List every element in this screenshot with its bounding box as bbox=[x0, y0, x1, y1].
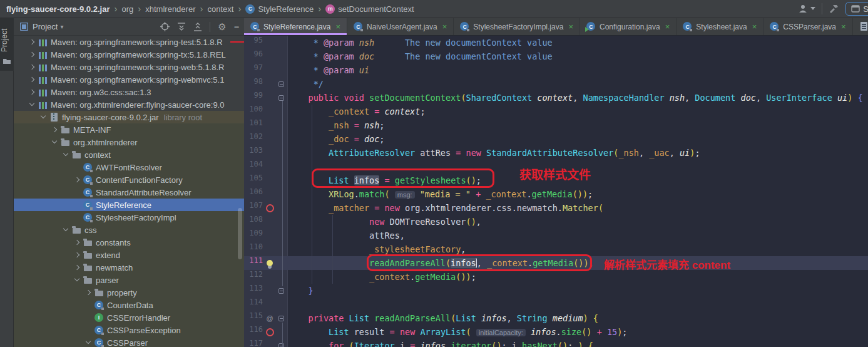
chevron-right-icon[interactable] bbox=[28, 62, 38, 72]
user-icon[interactable] bbox=[798, 4, 815, 14]
close-tab-icon[interactable]: × bbox=[841, 23, 846, 31]
tree-item[interactable]: property bbox=[14, 286, 244, 299]
breakpoint-ring-icon[interactable] bbox=[263, 201, 277, 215]
code-line[interactable]: 113 } bbox=[244, 284, 868, 298]
code-line[interactable]: 107 _matcher = new org.xhtmlrenderer.css… bbox=[244, 201, 868, 215]
code-line[interactable]: 96 * @param doc The new documentContext … bbox=[244, 49, 868, 63]
editor-tab[interactable]: CNaiveUserAgent.java× bbox=[347, 18, 454, 35]
editor-tab[interactable]: CStylesheetFactoryImpl.java× bbox=[454, 18, 580, 35]
tree-item[interactable]: ICSSErrorHandler bbox=[14, 311, 244, 324]
code-line[interactable]: 116 List result = new ArrayList( initial… bbox=[244, 325, 868, 339]
tree-item[interactable]: CAWTFontResolver bbox=[14, 161, 244, 174]
breakpoint-ring-icon[interactable] bbox=[263, 325, 277, 339]
code-line[interactable]: 97 * @param ui bbox=[244, 63, 868, 77]
tree-item[interactable]: CStylesheetFactoryImpl bbox=[14, 211, 244, 224]
chevron-down-icon[interactable] bbox=[50, 137, 60, 147]
code-line[interactable]: 109 attRes, bbox=[244, 229, 868, 242]
code-line[interactable]: 101 _nsh = nsh; bbox=[244, 118, 868, 132]
chevron-right-icon[interactable] bbox=[73, 175, 83, 185]
tree-item[interactable]: META-INF bbox=[14, 123, 244, 136]
close-tab-icon[interactable]: × bbox=[335, 23, 340, 31]
code-line[interactable]: 102 _doc = doc; bbox=[244, 132, 868, 146]
tree-item[interactable]: parser bbox=[14, 274, 244, 286]
code-line[interactable]: 95 * @param nsh The new documentContext … bbox=[244, 36, 868, 49]
intention-bulb-icon[interactable] bbox=[263, 256, 277, 270]
fold-down-icon[interactable] bbox=[278, 95, 284, 101]
editor-tab[interactable]: CStyleReference.java× bbox=[244, 18, 347, 35]
tree-scrollbar-thumb[interactable] bbox=[238, 208, 242, 259]
collapse-all-icon[interactable] bbox=[193, 23, 202, 31]
chevron-right-icon[interactable] bbox=[28, 75, 38, 85]
tree-item[interactable]: constants bbox=[14, 236, 244, 249]
fold-up-icon[interactable] bbox=[278, 81, 284, 87]
hide-panel-icon[interactable]: − bbox=[234, 22, 239, 32]
chevron-down-icon[interactable] bbox=[61, 225, 71, 235]
tree-item[interactable]: css bbox=[14, 224, 244, 236]
chevron-down-icon[interactable] bbox=[73, 275, 83, 285]
editor-tab[interactable]: xhtmlrendere bbox=[853, 18, 868, 35]
code-line[interactable]: 100 _context = context; bbox=[244, 105, 868, 118]
code-line[interactable]: 99 public void setDocumentContext(Shared… bbox=[244, 91, 868, 105]
tree-item[interactable]: org.xhtmlrenderer bbox=[14, 136, 244, 148]
close-tab-icon[interactable]: × bbox=[442, 23, 447, 31]
breadcrumb-item[interactable]: flying-saucer-core-9.0.2.jar bbox=[6, 4, 110, 14]
code-line[interactable]: 98 */ bbox=[244, 77, 868, 91]
tree-item[interactable]: CCounterData bbox=[14, 299, 244, 311]
tree-item[interactable]: CContentFunctionFactory bbox=[14, 174, 244, 186]
breadcrumb-item[interactable]: CStyleReference bbox=[245, 4, 314, 14]
chevron-right-icon[interactable] bbox=[84, 287, 94, 298]
fold-down-icon[interactable] bbox=[278, 316, 284, 321]
code-line[interactable]: 117 for (Iterator i = infos.iterator(); … bbox=[244, 339, 868, 347]
expand-all-icon[interactable] bbox=[177, 23, 186, 31]
chevron-down-icon[interactable] bbox=[39, 112, 49, 122]
settings-gear-icon[interactable]: ⚙ bbox=[218, 22, 226, 31]
code-line[interactable]: 112 _context.getMedia()); bbox=[244, 270, 868, 284]
fold-up-icon[interactable] bbox=[278, 288, 284, 294]
tree-item[interactable]: Maven: org.xhtmlrenderer:flying-saucer-c… bbox=[14, 98, 244, 111]
close-tab-icon[interactable]: × bbox=[752, 23, 757, 31]
code-line[interactable]: 108 new DOMTreeResolver(), bbox=[244, 215, 868, 229]
breadcrumb-item[interactable]: context bbox=[207, 4, 233, 14]
editor-tab[interactable]: CConfiguration.java× bbox=[580, 18, 677, 35]
tree-item[interactable]: CStandardAttributeResolver bbox=[14, 186, 244, 199]
code-line[interactable]: 115@ private List readAndParseAll(List i… bbox=[244, 311, 868, 325]
build-hammer-icon[interactable] bbox=[829, 4, 839, 14]
project-tool-button[interactable]: Project bbox=[0, 18, 14, 71]
chevron-down-icon[interactable] bbox=[28, 100, 38, 110]
tree-item[interactable]: Maven: org.w3c.css:sac:1.3 bbox=[14, 86, 244, 98]
chevron-right-icon[interactable] bbox=[50, 125, 60, 135]
annotation-at-icon[interactable]: @ bbox=[263, 311, 277, 325]
code-line[interactable]: 106 XRLog.match( msg: "media = " + _cont… bbox=[244, 187, 868, 201]
tree-item[interactable]: Maven: org.springframework:spring-test:5… bbox=[14, 36, 244, 48]
editor-tab[interactable]: CStylesheet.java× bbox=[677, 18, 763, 35]
project-panel-title[interactable]: Project bbox=[33, 22, 58, 31]
editor-tab[interactable]: CCSSParser.java× bbox=[763, 18, 852, 35]
breadcrumb-item[interactable]: org bbox=[121, 4, 133, 14]
chevron-right-icon[interactable] bbox=[73, 237, 83, 247]
tree-item[interactable]: CStyleReference bbox=[14, 199, 244, 211]
chevron-right-icon[interactable] bbox=[28, 87, 38, 97]
tree-item[interactable]: Maven: org.springframework:spring-webmvc… bbox=[14, 73, 244, 86]
breadcrumb-item[interactable]: msetDocumentContext bbox=[325, 4, 414, 14]
code-line[interactable]: 114 bbox=[244, 298, 868, 311]
chevron-right-icon[interactable] bbox=[28, 37, 38, 47]
tree-item[interactable]: context bbox=[14, 148, 244, 161]
chevron-right-icon[interactable] bbox=[73, 262, 83, 272]
tree-item[interactable]: flying-saucer-core-9.0.2.jarlibrary root bbox=[14, 111, 244, 123]
close-tab-icon[interactable]: × bbox=[568, 23, 573, 31]
chevron-right-icon[interactable] bbox=[73, 250, 83, 260]
locate-icon[interactable] bbox=[160, 22, 170, 31]
tree-item[interactable]: CCSSParseException bbox=[14, 324, 244, 336]
close-tab-icon[interactable]: × bbox=[665, 23, 670, 31]
chevron-down-icon[interactable] bbox=[61, 150, 71, 160]
tree-item[interactable]: CCSSParser bbox=[14, 336, 244, 347]
code-line[interactable]: 103 AttributeResolver attRes = new Stand… bbox=[244, 146, 868, 160]
breadcrumb-item[interactable]: xhtmlrenderer bbox=[145, 4, 195, 14]
fold-down-icon[interactable] bbox=[278, 343, 284, 347]
tree-item[interactable]: newmatch bbox=[14, 261, 244, 274]
chevron-right-icon[interactable] bbox=[28, 49, 38, 60]
chevron-down-icon[interactable] bbox=[84, 338, 94, 347]
tree-item[interactable]: extend bbox=[14, 249, 244, 261]
code-editor[interactable]: 95 * @param nsh The new documentContext … bbox=[244, 36, 868, 347]
tree-item[interactable]: Maven: org.springframework:spring-web:5.… bbox=[14, 61, 244, 73]
